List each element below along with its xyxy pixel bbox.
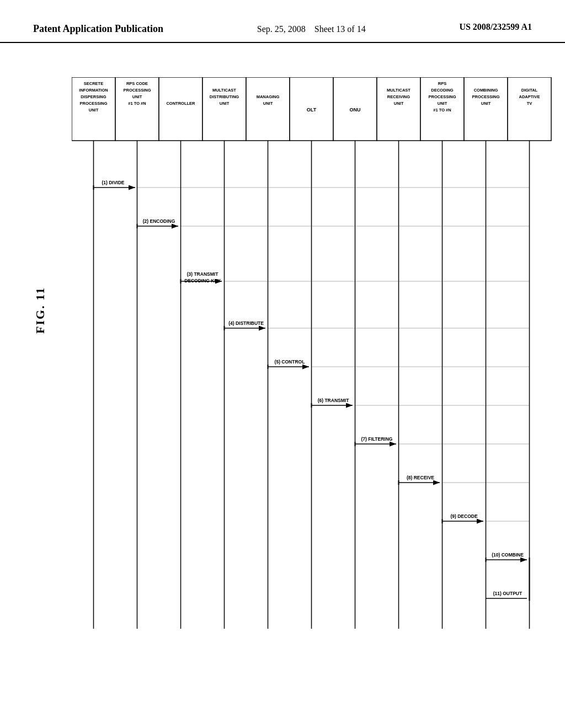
svg-text:RECEIVING: RECEIVING (387, 94, 410, 99)
svg-text:UNIT: UNIT (481, 101, 491, 106)
svg-text:ONU: ONU (350, 107, 361, 113)
svg-text:(7) FILTERING: (7) FILTERING (361, 436, 393, 442)
svg-text:(6) TRANSMIT: (6) TRANSMIT (318, 398, 349, 403)
svg-text:(1) DIVIDE: (1) DIVIDE (102, 180, 124, 185)
svg-text:DISTRIBUTING: DISTRIBUTING (210, 94, 239, 99)
svg-text:SECRETE: SECRETE (84, 81, 103, 86)
svg-text:MULTICAST: MULTICAST (387, 88, 411, 93)
svg-text:#1 TO #N: #1 TO #N (128, 101, 146, 106)
svg-text:ADAPTIVE: ADAPTIVE (519, 94, 540, 99)
sheet-info: Sheet 13 of 14 (315, 24, 366, 34)
svg-text:(10) COMBINE: (10) COMBINE (492, 552, 524, 558)
sequence-diagram: SECRETE INFORMATION DISPERSING PROCESSIN… (72, 77, 552, 700)
svg-rect-18 (246, 77, 290, 141)
svg-text:(11) OUTPUT: (11) OUTPUT (493, 591, 523, 596)
svg-text:DISPERSING: DISPERSING (81, 94, 106, 99)
svg-text:RPS CODE: RPS CODE (126, 81, 148, 86)
svg-text:DECODING KEY: DECODING KEY (184, 278, 221, 283)
svg-text:UNIT: UNIT (394, 101, 404, 106)
svg-text:(3) TRANSMIT: (3) TRANSMIT (187, 271, 218, 277)
svg-text:(8) RECEIVE: (8) RECEIVE (407, 475, 434, 480)
publication-date: Sep. 25, 2008 (257, 24, 306, 34)
page-header: Patent Application Publication Sep. 25, … (0, 0, 565, 43)
svg-rect-12 (159, 77, 202, 141)
svg-rect-25 (377, 77, 420, 141)
svg-text:DIGITAL: DIGITAL (521, 88, 538, 93)
svg-text:PROCESSING: PROCESSING (472, 94, 499, 99)
svg-text:OLT: OLT (307, 107, 317, 113)
svg-text:UNIT: UNIT (132, 94, 142, 99)
svg-text:INFORMATION: INFORMATION (79, 88, 108, 93)
patent-number: US 2008/232599 A1 (459, 22, 532, 32)
svg-text:#1 TO #N: #1 TO #N (433, 108, 451, 113)
svg-text:UNIT: UNIT (263, 101, 273, 106)
publication-title: Patent Application Publication (33, 22, 163, 36)
svg-text:(4) DISTRIBUTE: (4) DISTRIBUTE (228, 320, 264, 326)
svg-rect-35 (464, 77, 508, 141)
svg-text:DECODING: DECODING (431, 88, 454, 93)
svg-text:TV: TV (527, 101, 532, 106)
svg-text:(5) CONTROL: (5) CONTROL (275, 359, 305, 365)
svg-text:PROCESSING: PROCESSING (79, 101, 107, 106)
svg-text:PROCESSING: PROCESSING (123, 88, 151, 93)
figure-label: FIG. 11 (33, 287, 47, 334)
svg-text:UNIT: UNIT (438, 101, 447, 106)
svg-text:COMBINING: COMBINING (474, 88, 498, 93)
svg-text:MULTICAST: MULTICAST (212, 88, 236, 93)
svg-text:PROCESSING: PROCESSING (428, 94, 456, 99)
header-center: Sep. 25, 2008 Sheet 13 of 14 (257, 22, 366, 36)
svg-text:UNIT: UNIT (220, 101, 230, 106)
svg-text:CONTROLLER: CONTROLLER (166, 101, 195, 106)
svg-text:RPS: RPS (438, 81, 446, 86)
svg-rect-39 (508, 77, 551, 141)
svg-text:UNIT: UNIT (89, 108, 99, 113)
svg-text:(9) DECODE: (9) DECODE (450, 513, 477, 519)
svg-rect-7 (115, 77, 159, 141)
svg-text:(2) ENCODING: (2) ENCODING (143, 218, 175, 224)
svg-rect-14 (202, 77, 246, 141)
svg-text:MANAGING: MANAGING (257, 94, 280, 99)
